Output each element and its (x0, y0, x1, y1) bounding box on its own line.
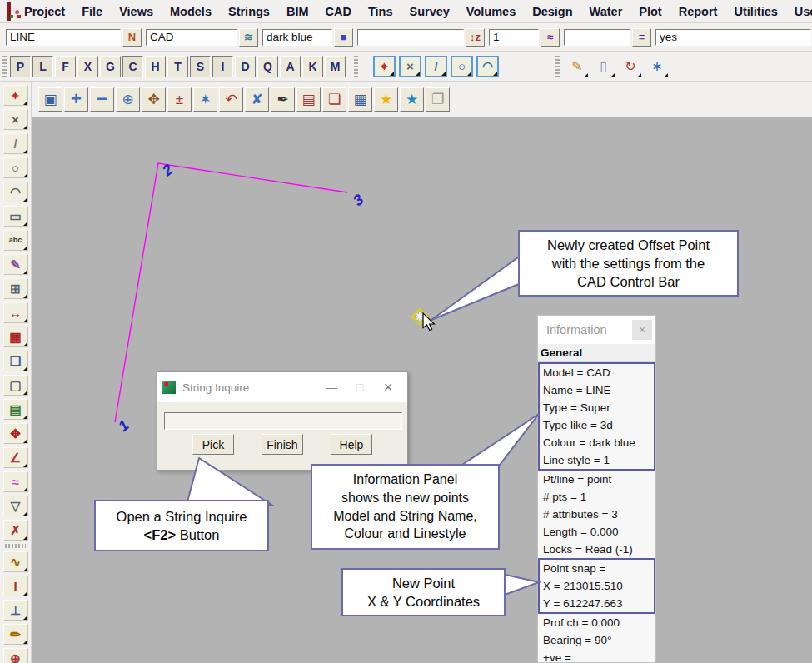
pick-button[interactable]: Pick (192, 434, 234, 455)
shield-polygon-icon[interactable]: ▽ (3, 496, 28, 516)
symbols-pencil-icon[interactable]: ✎ (3, 254, 28, 275)
colour-swatch[interactable]: ■ (334, 28, 353, 47)
menu-item-views[interactable]: Views (111, 5, 162, 18)
pan-icon[interactable]: ✥ (142, 87, 166, 112)
move-icon[interactable]: ✥ (3, 423, 28, 444)
mirror-icon[interactable]: ⊕ (3, 648, 28, 663)
letter-button-d[interactable]: D (235, 56, 256, 77)
point-snap-icon[interactable]: ⌖ (373, 56, 396, 77)
plan-view-menu-icon[interactable]: ▣ (38, 87, 62, 112)
menu-item-report[interactable]: Report (670, 5, 726, 18)
cross-snap-icon[interactable]: × (399, 56, 421, 77)
arc-snap-icon[interactable]: ◠ (476, 56, 499, 77)
menu-item-project[interactable]: Project (16, 5, 73, 18)
letter-button-h[interactable]: H (145, 56, 166, 77)
letter-button-x[interactable]: X (77, 56, 98, 77)
menu-item-strings[interactable]: Strings (220, 5, 278, 18)
create-point-icon[interactable]: ⌖ (3, 85, 28, 106)
letter-button-k[interactable]: K (302, 56, 323, 77)
letter-button-s[interactable]: S (190, 56, 211, 77)
menu-item-plot[interactable]: Plot (630, 5, 670, 18)
copy-element-icon[interactable]: ❏ (3, 351, 28, 371)
minimize-icon[interactable]: — (317, 377, 346, 397)
plot-printer-icon[interactable]: ▤ (296, 87, 321, 112)
circle-snap-icon[interactable]: ○ (451, 56, 473, 77)
cad-linestyle-field[interactable] (489, 29, 539, 46)
line-weight-icon[interactable]: ≡ (632, 28, 651, 47)
string-inquire-input[interactable] (164, 412, 402, 430)
menu-item-survey[interactable]: Survey (401, 5, 457, 18)
spin-draw-icon[interactable]: ∗ (646, 56, 668, 77)
polygon-icon[interactable]: ▢ (3, 375, 28, 396)
delete-view-icon[interactable]: ✘ (245, 87, 269, 112)
create-text-icon[interactable]: abc (3, 230, 28, 251)
z-height-icon[interactable]: ↕z (466, 28, 485, 47)
finish-button[interactable]: Finish (262, 434, 303, 455)
cad-colour-field[interactable] (262, 29, 332, 46)
delete-point-icon[interactable]: ✗ (3, 520, 28, 541)
menu-item-utilities[interactable]: Utilities (725, 5, 785, 18)
letter-button-g[interactable]: G (100, 56, 121, 77)
name-picker-icon[interactable]: N (122, 28, 142, 47)
cad-name-field[interactable] (6, 29, 121, 46)
cad-weight-field[interactable] (564, 29, 630, 46)
grid-table-icon[interactable]: ▦ (3, 327, 28, 347)
zoom-out-icon[interactable]: − (90, 87, 114, 112)
menu-item-tins[interactable]: Tins (360, 5, 401, 18)
page-draw-icon[interactable]: ▯ (593, 56, 615, 77)
line-snap-icon[interactable]: / (425, 56, 447, 77)
redraw-icon[interactable]: ↻ (620, 56, 641, 77)
letter-button-m[interactable]: M (325, 56, 346, 77)
toolbar-grip[interactable] (354, 56, 358, 77)
menu-item-cad[interactable]: CAD (317, 5, 360, 18)
cad-height-field[interactable] (357, 29, 464, 46)
offset-point-icon[interactable]: ⊞ (3, 278, 28, 299)
letter-button-q[interactable]: Q (257, 56, 278, 77)
menu-item-design[interactable]: Design (524, 5, 580, 18)
draw-pencil-icon[interactable]: ✎ (566, 56, 588, 77)
cad-model-field[interactable] (146, 29, 237, 46)
linestyle-picker-icon[interactable]: ≈ (541, 28, 560, 47)
zoom-in-icon[interactable]: + (64, 87, 88, 112)
dialog-titlebar[interactable]: String Inquire — □ × (157, 372, 407, 402)
menu-item-user[interactable]: User (786, 5, 812, 18)
zoom-previous-icon[interactable]: ✶ (193, 87, 217, 112)
zoom-scale-icon[interactable]: ± (167, 87, 192, 112)
letter-button-a[interactable]: A (280, 56, 301, 77)
toolbar-grip[interactable] (2, 56, 7, 77)
copy-view-icon[interactable]: ❏ (322, 87, 346, 112)
view-restore-icon[interactable]: ↶ (219, 87, 243, 112)
survey-pole-icon[interactable]: ⊥ (3, 600, 28, 621)
menu-item-water[interactable]: Water (581, 5, 631, 18)
favourite-star-blue-icon[interactable]: ★ (400, 87, 424, 112)
freehand-draw-icon[interactable]: ∿ (3, 551, 28, 572)
fit-extents-icon[interactable]: ⊕ (116, 87, 140, 112)
interface-icon[interactable]: I (3, 576, 28, 596)
cad-tinable-field[interactable] (655, 29, 811, 46)
edit-note-icon[interactable]: ✏ (3, 624, 28, 645)
create-rect-icon[interactable]: ▭ (3, 206, 28, 227)
help-button[interactable]: Help (331, 434, 372, 455)
close-icon[interactable]: × (632, 320, 652, 340)
menu-item-file[interactable]: File (73, 5, 111, 18)
menu-item-bim[interactable]: BIM (278, 5, 317, 18)
toolbar-grip[interactable] (555, 56, 560, 77)
create-circle-icon[interactable]: ○ (3, 157, 28, 178)
letter-button-l[interactable]: L (32, 56, 53, 77)
letter-button-f[interactable]: F (55, 56, 76, 77)
maximize-icon[interactable]: □ (346, 377, 374, 397)
model-picker-icon[interactable]: ≋ (239, 28, 258, 47)
colour-segment-icon[interactable]: ≈ (3, 471, 28, 492)
create-arc-icon[interactable]: ◠ (3, 182, 28, 202)
favourite-star-icon[interactable]: ★ (374, 87, 398, 112)
letter-button-t[interactable]: T (167, 56, 188, 77)
corner-window-icon[interactable]: ❐ (426, 87, 450, 112)
menu-item-models[interactable]: Models (162, 5, 220, 18)
close-icon[interactable]: × (374, 377, 402, 397)
letter-button-i[interactable]: I (212, 56, 233, 77)
create-line-icon[interactable]: / (3, 133, 28, 154)
repaint-brush-icon[interactable]: ✒ (271, 87, 295, 112)
grid-window-icon[interactable]: ▦ (348, 87, 372, 112)
image-point-icon[interactable]: ▤ (3, 399, 28, 420)
menu-item-volumes[interactable]: Volumes (458, 5, 524, 18)
